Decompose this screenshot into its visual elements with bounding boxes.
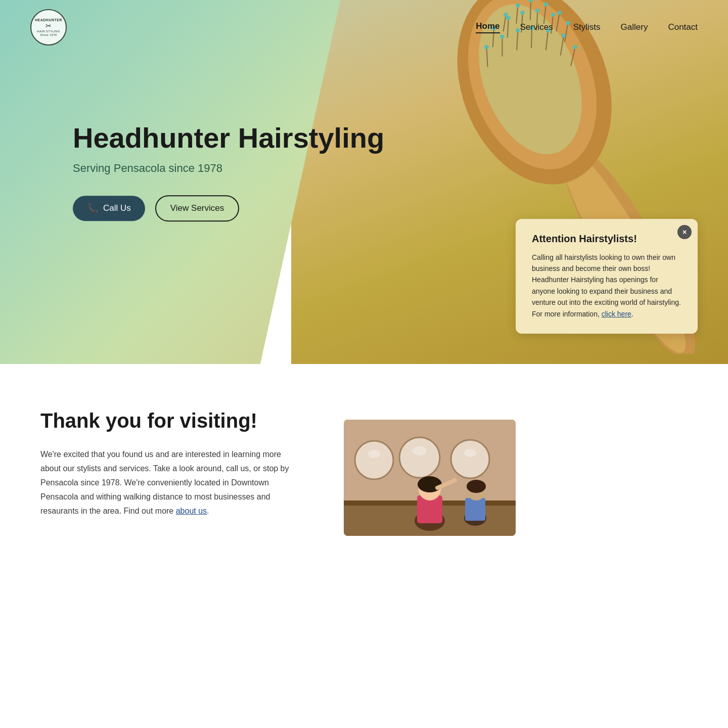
- svg-point-43: [399, 437, 440, 478]
- svg-point-42: [355, 441, 393, 479]
- logo-year-text: Since 1978: [35, 33, 62, 37]
- view-services-label: View Services: [170, 203, 224, 213]
- welcome-body-text: We're excited that you found us and are …: [40, 450, 289, 515]
- phone-icon: 📞: [87, 203, 98, 214]
- hero-title: Headhunter Hairstyling: [73, 122, 384, 154]
- popup-link[interactable]: click here: [602, 310, 631, 318]
- nav-stylists[interactable]: Stylists: [573, 22, 601, 32]
- welcome-section: Thank you for visiting! We're excited th…: [0, 364, 728, 576]
- popup-close-button[interactable]: ×: [677, 225, 692, 239]
- nav-home[interactable]: Home: [476, 21, 499, 33]
- hairstylists-popup: × Attention Hairstylists! Calling all ha…: [516, 219, 698, 334]
- nav-contact[interactable]: Contact: [668, 22, 698, 32]
- main-nav: Home Services Stylists Gallery Contact: [476, 21, 698, 33]
- view-services-button[interactable]: View Services: [155, 195, 239, 221]
- welcome-text: Thank you for visiting! We're excited th…: [40, 410, 303, 518]
- salon-svg: [344, 420, 516, 536]
- svg-point-56: [368, 450, 380, 458]
- about-us-link[interactable]: about us: [176, 507, 207, 515]
- close-icon: ×: [682, 228, 687, 236]
- welcome-body: We're excited that you found us and are …: [40, 447, 303, 518]
- popup-body-text: Calling all hairstylists looking to own …: [532, 253, 681, 318]
- hero-subtitle: Serving Pensacola since 1978: [73, 162, 384, 175]
- welcome-title: Thank you for visiting!: [40, 410, 303, 432]
- logo[interactable]: HEADHUNTER ✂ HAIR STYLING Since 1978: [30, 9, 67, 46]
- call-us-button[interactable]: 📞 Call Us: [73, 196, 145, 221]
- svg-point-44: [451, 440, 489, 478]
- hero-buttons: 📞 Call Us View Services: [73, 195, 384, 221]
- svg-point-58: [464, 449, 476, 457]
- logo-circle: HEADHUNTER ✂ HAIR STYLING Since 1978: [30, 9, 67, 46]
- salon-image: [344, 420, 516, 536]
- popup-title: Attention Hairstylists!: [532, 233, 681, 245]
- scissors-icon: ✂: [35, 22, 62, 30]
- logo-bottom-text: HAIR STYLING: [35, 30, 62, 33]
- call-us-label: Call Us: [103, 203, 131, 213]
- hero-content: Headhunter Hairstyling Serving Pensacola…: [73, 122, 384, 221]
- hero-section: Headhunter Hairstyling Serving Pensacola…: [0, 0, 728, 364]
- popup-body: Calling all hairstylists looking to own …: [532, 252, 681, 320]
- about-link-suffix: .: [207, 507, 209, 515]
- nav-gallery[interactable]: Gallery: [621, 22, 648, 32]
- svg-rect-53: [465, 498, 485, 521]
- nav-services[interactable]: Services: [520, 22, 553, 32]
- svg-point-57: [413, 446, 427, 456]
- popup-link-suffix: .: [631, 310, 633, 318]
- svg-point-50: [418, 476, 442, 492]
- svg-point-55: [467, 480, 486, 493]
- header: HEADHUNTER ✂ HAIR STYLING Since 1978 Hom…: [0, 0, 728, 55]
